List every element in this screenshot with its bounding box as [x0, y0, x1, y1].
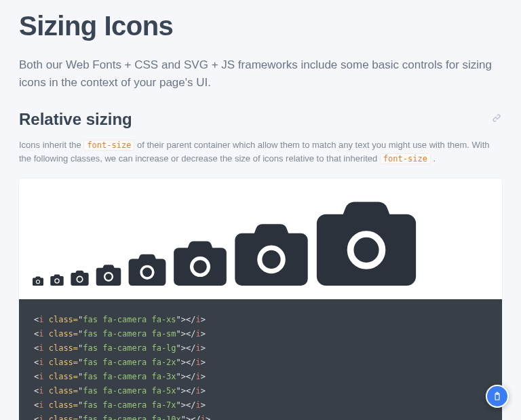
desc-text: Icons inherit the — [19, 140, 83, 150]
inline-code: font-size — [380, 153, 431, 164]
camera-icon — [71, 270, 89, 286]
anchor-link-icon[interactable] — [491, 113, 502, 126]
page-title: Sizing Icons — [19, 11, 502, 41]
camera-icon — [96, 264, 121, 286]
camera-icon — [173, 240, 227, 286]
inline-code: font-size — [83, 140, 134, 151]
code-line: <i class="fas fa-camera fa-sm"></i> — [34, 327, 487, 341]
section-heading: Relative sizing — [19, 110, 132, 129]
code-block: <i class="fas fa-camera fa-xs"></i><i cl… — [19, 299, 502, 420]
icon-demo-row — [19, 178, 502, 299]
code-line: <i class="fas fa-camera fa-lg"></i> — [34, 341, 487, 356]
camera-icon — [128, 253, 166, 286]
camera-icon — [33, 276, 43, 286]
code-line: <i class="fas fa-camera fa-xs"></i> — [34, 313, 487, 327]
code-line: <i class="fas fa-camera fa-7x"></i> — [34, 398, 487, 413]
code-line: <i class="fas fa-camera fa-2x"></i> — [34, 356, 487, 370]
code-line: <i class="fas fa-camera fa-10x"></i> — [34, 413, 487, 420]
intro-paragraph: Both our Web Fonts + CSS and SVG + JS fr… — [19, 56, 502, 92]
example-panel: <i class="fas fa-camera fa-xs"></i><i cl… — [19, 178, 502, 420]
code-line: <i class="fas fa-camera fa-3x"></i> — [34, 370, 487, 384]
clipboard-fab[interactable] — [486, 385, 509, 408]
clipboard-icon — [493, 392, 502, 401]
camera-icon — [234, 222, 309, 286]
camera-icon — [315, 199, 417, 286]
section-description: Icons inherit the font-size of their par… — [19, 138, 502, 167]
code-line: <i class="fas fa-camera fa-5x"></i> — [34, 384, 487, 398]
camera-icon — [50, 274, 64, 286]
desc-text: . — [433, 153, 436, 164]
